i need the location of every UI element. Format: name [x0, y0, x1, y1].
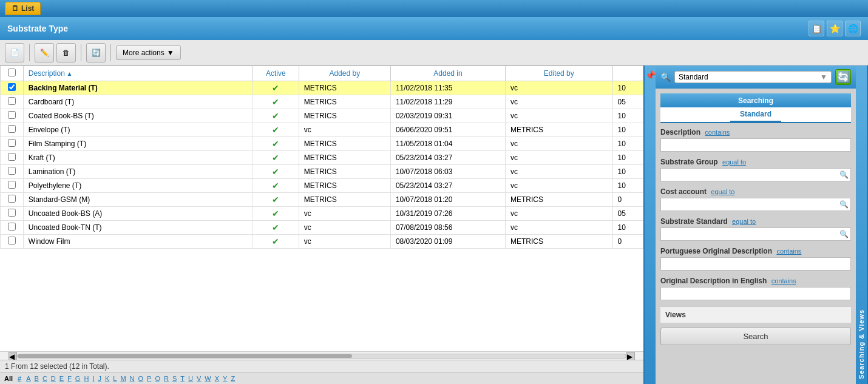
col-check[interactable] — [1, 66, 24, 81]
field-input-5[interactable] — [660, 287, 851, 300]
alpha-g[interactable]: G — [73, 374, 83, 383]
data-table[interactable]: Description Active Added by Added in Edi… — [0, 66, 643, 351]
alpha-q[interactable]: Q — [153, 374, 162, 383]
horizontal-scrollbar[interactable]: ◀ ▶ — [0, 351, 643, 360]
alpha-e[interactable]: E — [58, 374, 66, 383]
row-checkbox[interactable] — [8, 153, 16, 161]
alpha-b[interactable]: B — [33, 374, 41, 383]
row-checkbox[interactable] — [8, 139, 16, 147]
alpha-t[interactable]: T — [178, 374, 186, 383]
table-row[interactable]: Backing Material (T) ✔ METRICS 11/02/201… — [1, 81, 643, 95]
table-row[interactable]: Envelope (T) ✔ vc 06/06/2020 09:51 METRI… — [1, 123, 643, 137]
field-qualifier-2[interactable]: equal to — [711, 188, 734, 195]
delete-button[interactable]: 🗑 — [56, 43, 76, 62]
scroll-left-btn[interactable]: ◀ — [8, 352, 17, 360]
alpha-h[interactable]: H — [82, 374, 90, 383]
list-tab[interactable]: 🗒 List — [5, 2, 41, 15]
field-input-2[interactable] — [660, 198, 851, 211]
field-input-3[interactable] — [660, 227, 851, 241]
row-checkbox-cell[interactable] — [1, 81, 24, 95]
row-checkbox[interactable] — [8, 83, 16, 91]
refresh-button[interactable]: 🔄 — [86, 43, 106, 62]
row-checkbox[interactable] — [8, 195, 16, 203]
table-row[interactable]: Lamination (T) ✔ METRICS 10/07/2018 06:0… — [1, 165, 643, 179]
row-checkbox-cell[interactable] — [1, 221, 24, 235]
row-checkbox-cell[interactable] — [1, 235, 24, 249]
row-checkbox-cell[interactable] — [1, 123, 24, 137]
table-row[interactable]: Coated Book-BS (T) ✔ METRICS 02/03/2019 … — [1, 109, 643, 123]
field-input-1[interactable] — [660, 168, 851, 181]
field-qualifier-0[interactable]: contains — [705, 129, 730, 136]
alpha-u[interactable]: U — [186, 374, 195, 383]
table-row[interactable]: Polyethylene (T) ✔ METRICS 05/23/2014 03… — [1, 179, 643, 193]
row-checkbox-cell[interactable] — [1, 95, 24, 109]
search-button[interactable]: Search — [660, 328, 851, 345]
alpha-r[interactable]: R — [162, 374, 171, 383]
alpha-z[interactable]: Z — [229, 374, 237, 383]
row-checkbox[interactable] — [8, 125, 16, 133]
standard-tab[interactable]: Standard — [730, 107, 781, 122]
alpha-c[interactable]: C — [41, 374, 49, 383]
col-added-by[interactable]: Added by — [299, 66, 390, 81]
row-checkbox-cell[interactable] — [1, 109, 24, 123]
field-qualifier-4[interactable]: contains — [776, 248, 801, 255]
search-go-button[interactable]: 🔄 — [835, 69, 851, 85]
row-checkbox[interactable] — [8, 111, 16, 119]
alpha-d[interactable]: D — [49, 374, 58, 383]
row-checkbox[interactable] — [8, 167, 16, 175]
alpha-j[interactable]: J — [96, 374, 103, 383]
col-added-in[interactable]: Added in — [390, 66, 505, 81]
select-all-checkbox[interactable] — [8, 69, 16, 76]
alpha-p[interactable]: P — [145, 374, 153, 383]
alpha-f[interactable]: F — [66, 374, 73, 383]
row-checkbox[interactable] — [8, 223, 16, 231]
field-search-icon-2[interactable]: 🔍 — [839, 200, 849, 209]
alpha-a[interactable]: A — [24, 374, 32, 383]
col-edited-by[interactable]: Edited by — [506, 66, 613, 81]
row-checkbox-cell[interactable] — [1, 207, 24, 221]
field-qualifier-1[interactable]: equal to — [722, 158, 746, 166]
field-input-0[interactable] — [660, 138, 851, 152]
row-checkbox-cell[interactable] — [1, 193, 24, 207]
table-row[interactable]: Standard-GSM (M) ✔ METRICS 10/07/2018 01… — [1, 193, 643, 207]
field-search-icon-1[interactable]: 🔍 — [839, 170, 849, 179]
search-dropdown-icon[interactable]: ▼ — [820, 73, 827, 81]
scroll-right-btn[interactable]: ▶ — [626, 352, 635, 360]
table-row[interactable]: Uncoated Book-TN (T) ✔ vc 07/08/2019 08:… — [1, 221, 643, 235]
col-active[interactable]: Active — [253, 66, 299, 81]
row-checkbox[interactable] — [8, 97, 16, 105]
search-input[interactable] — [679, 73, 820, 81]
globe-icon-btn[interactable]: 🌐 — [845, 21, 861, 36]
field-qualifier-5[interactable]: contains — [771, 277, 796, 285]
more-actions-button[interactable]: More actions ▼ — [116, 45, 181, 60]
row-checkbox[interactable] — [8, 237, 16, 244]
table-row[interactable]: Kraft (T) ✔ METRICS 05/23/2014 03:27 vc … — [1, 151, 643, 165]
alpha-n[interactable]: N — [128, 374, 137, 383]
alpha-w[interactable]: W — [203, 374, 212, 383]
row-checkbox[interactable] — [8, 209, 16, 217]
favorites-icon-btn[interactable]: ⭐ — [827, 21, 843, 36]
pin-area[interactable]: 📌 — [645, 66, 656, 384]
alpha-k[interactable]: K — [103, 374, 111, 383]
layout-icon-btn[interactable]: 📋 — [809, 21, 824, 36]
col-description[interactable]: Description — [23, 66, 253, 81]
field-qualifier-3[interactable]: equal to — [732, 218, 756, 225]
row-checkbox-cell[interactable] — [1, 137, 24, 151]
row-checkbox-cell[interactable] — [1, 165, 24, 179]
alpha-m[interactable]: M — [118, 374, 127, 383]
alpha-x[interactable]: X — [213, 374, 221, 383]
alpha-s[interactable]: S — [171, 374, 178, 383]
alpha-o[interactable]: O — [137, 374, 146, 383]
row-checkbox[interactable] — [8, 181, 16, 189]
edit-button[interactable]: ✏️ — [35, 43, 54, 62]
alpha-all[interactable]: All — [2, 374, 15, 383]
field-input-4[interactable] — [660, 257, 851, 271]
table-row[interactable]: Cardboard (T) ✔ METRICS 11/02/2018 11:29… — [1, 95, 643, 109]
table-row[interactable]: Film Stamping (T) ✔ METRICS 11/05/2018 0… — [1, 137, 643, 151]
field-search-icon-3[interactable]: 🔍 — [839, 230, 849, 238]
scroll-track[interactable] — [17, 354, 626, 359]
table-row[interactable]: Window Film ✔ vc 08/03/2020 01:09 METRIC… — [1, 235, 643, 249]
alpha-hash[interactable]: # — [16, 374, 23, 383]
alpha-l[interactable]: L — [111, 374, 118, 383]
new-button[interactable]: 📄 — [5, 43, 24, 62]
